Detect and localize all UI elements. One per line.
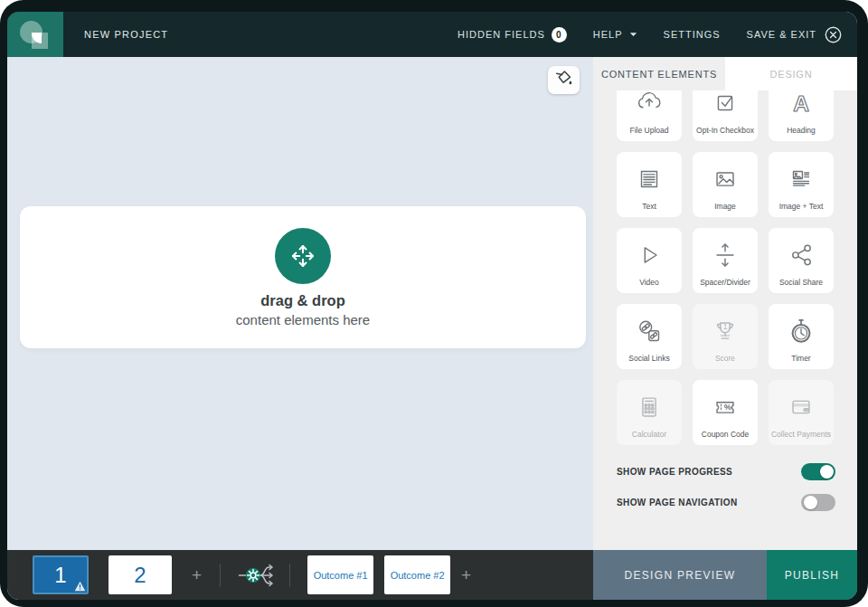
help-menu-button[interactable]: HELP <box>593 29 637 40</box>
content-elements-grid: File UploadOpt-In CheckboxAHeadingTextIm… <box>617 90 834 445</box>
tile-label: Spacer/Divider <box>693 278 758 293</box>
page-canvas: drag & drop content elements here <box>7 57 593 550</box>
opt-in-checkbox-icon <box>693 90 758 126</box>
right-sidebar: CONTENT ELEMENTS DESIGN File UploadOpt-I… <box>593 57 857 550</box>
tile-label: Text <box>617 202 682 217</box>
save-exit-label: SAVE & EXIT <box>747 29 816 40</box>
tile-opt-in-checkbox[interactable]: Opt-In Checkbox <box>693 90 758 141</box>
divider <box>220 564 221 587</box>
page-number: 2 <box>134 563 146 588</box>
svg-text:1: 1 <box>723 322 728 331</box>
dropzone-subtitle: content elements here <box>236 312 370 327</box>
content-elements-panel: File UploadOpt-In CheckboxAHeadingTextIm… <box>593 90 857 445</box>
top-nav: HIDDEN FIELDS 0 HELP SETTINGS SAVE & EXI… <box>458 25 857 44</box>
tile-label: Image + Text <box>769 202 834 217</box>
toggle-row-show-page-navigation: SHOW PAGE NAVIGATION <box>617 494 835 511</box>
warning-icon <box>74 581 86 592</box>
show-page-navigation-toggle[interactable] <box>801 494 835 511</box>
tile-social-links[interactable]: Social Links <box>617 304 682 369</box>
settings-button[interactable]: SETTINGS <box>664 29 721 40</box>
collect-payments-icon <box>769 380 834 430</box>
tile-label: File Upload <box>617 126 682 141</box>
coupon-code-icon: % <box>693 380 758 430</box>
branch-gear-icon[interactable] <box>238 561 278 590</box>
tile-label: Social Links <box>617 354 682 369</box>
hidden-fields-label: HIDDEN FIELDS <box>458 29 545 40</box>
page-number: 1 <box>54 563 66 588</box>
top-bar: NEW PROJECT HIDDEN FIELDS 0 HELP SETTING… <box>7 12 857 57</box>
tab-design[interactable]: DESIGN <box>725 57 857 90</box>
social-share-icon <box>769 228 834 278</box>
project-title: NEW PROJECT <box>84 29 168 40</box>
tile-image[interactable]: Image <box>693 152 758 217</box>
tile-label: Image <box>693 202 758 217</box>
tile-timer[interactable]: Timer <box>769 304 834 369</box>
bottom-bar: 12+ Outcome #1Outcome #2+ DESIGN PREVIEW… <box>7 550 857 600</box>
app-window-frame: NEW PROJECT HIDDEN FIELDS 0 HELP SETTING… <box>0 0 868 607</box>
toggle-knob <box>820 465 834 479</box>
svg-text:A: A <box>793 90 809 115</box>
move-arrows-icon <box>275 228 331 284</box>
tile-social-share[interactable]: Social Share <box>769 228 834 293</box>
tile-label: Opt-In Checkbox <box>693 126 758 141</box>
tile-file-upload[interactable]: File Upload <box>617 90 682 141</box>
file-upload-icon <box>617 90 682 126</box>
timer-icon <box>769 304 834 354</box>
svg-text:%: % <box>724 403 731 412</box>
toggle-row-show-page-progress: SHOW PAGE PROGRESS <box>617 463 835 480</box>
image-icon <box>693 152 758 202</box>
calculator-icon <box>617 380 682 430</box>
tile-label: Calculator <box>617 430 682 445</box>
toggle-label: SHOW PAGE PROGRESS <box>617 467 732 477</box>
main-area: drag & drop content elements here CONTEN… <box>7 57 857 550</box>
tile-image-text[interactable]: Image + Text <box>769 152 834 217</box>
tile-label: Video <box>617 278 682 293</box>
tile-text[interactable]: Text <box>617 152 682 217</box>
page-style-button[interactable] <box>548 66 580 94</box>
image-text-icon <box>769 152 834 202</box>
tab-content-elements[interactable]: CONTENT ELEMENTS <box>593 57 725 90</box>
publish-button[interactable]: PUBLISH <box>767 550 857 600</box>
app-window: NEW PROJECT HIDDEN FIELDS 0 HELP SETTING… <box>7 12 857 600</box>
chevron-down-icon <box>629 32 637 37</box>
tile-calculator: Calculator <box>617 380 682 445</box>
paint-bucket-icon <box>553 69 574 91</box>
video-icon <box>617 228 682 278</box>
tile-label: Coupon Code <box>693 430 758 445</box>
divider <box>289 564 290 587</box>
tile-coupon-code[interactable]: %Coupon Code <box>693 380 758 445</box>
outcome-thumbnail-1[interactable]: Outcome #1 <box>307 555 373 594</box>
close-circle-icon <box>824 25 843 44</box>
social-links-icon <box>617 304 682 354</box>
add-page-button[interactable]: + <box>192 565 202 585</box>
tile-collect-payments: Collect Payments <box>769 380 834 445</box>
hidden-fields-button[interactable]: HIDDEN FIELDS 0 <box>458 27 567 43</box>
design-preview-button[interactable]: DESIGN PREVIEW <box>593 550 767 600</box>
logo-square-shape <box>32 33 48 49</box>
outcome-thumbnail-2[interactable]: Outcome #2 <box>384 555 450 594</box>
save-exit-button[interactable]: SAVE & EXIT <box>747 25 843 44</box>
sidebar-tabs: CONTENT ELEMENTS DESIGN <box>593 57 857 90</box>
dropzone-card[interactable]: drag & drop content elements here <box>20 206 586 348</box>
tile-video[interactable]: Video <box>617 228 682 293</box>
help-label: HELP <box>593 29 623 40</box>
show-page-progress-toggle[interactable] <box>801 463 835 480</box>
tile-label: Score <box>693 354 758 369</box>
text-icon <box>617 152 682 202</box>
page-options: SHOW PAGE PROGRESSSHOW PAGE NAVIGATION <box>593 445 857 525</box>
tile-heading[interactable]: AHeading <box>769 90 834 141</box>
tile-spacer-divider[interactable]: Spacer/Divider <box>693 228 758 293</box>
hidden-fields-count-badge: 0 <box>552 27 567 43</box>
dropzone-title: drag & drop <box>260 292 345 309</box>
toggle-knob <box>804 496 817 509</box>
tile-label: Heading <box>769 126 834 141</box>
tile-label: Collect Payments <box>769 430 834 445</box>
add-outcome-button[interactable]: + <box>461 565 471 585</box>
page-thumbnail-1[interactable]: 1 <box>33 555 89 594</box>
tile-label: Social Share <box>769 278 834 293</box>
heading-icon: A <box>769 90 834 126</box>
pages-strip: 12+ Outcome #1Outcome #2+ <box>7 550 593 600</box>
app-logo[interactable] <box>7 12 63 57</box>
spacer-divider-icon <box>693 228 758 278</box>
page-thumbnail-2[interactable]: 2 <box>108 555 172 594</box>
